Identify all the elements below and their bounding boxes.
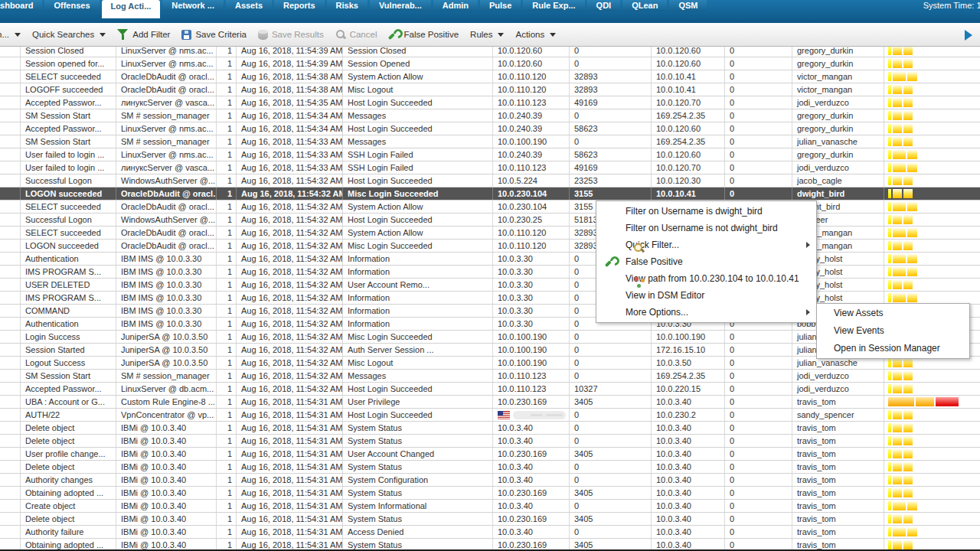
- table-row[interactable]: Session opened for... LinuxServer @ nms.…: [0, 57, 980, 70]
- table-row[interactable]: User failed to login ... LinuxServer @ n…: [0, 148, 980, 161]
- cell-low-level-category: Information: [343, 253, 493, 265]
- add-filter-button[interactable]: Add Filter: [117, 29, 170, 40]
- magnitude-bar-segment: [893, 47, 902, 55]
- magnitude-bar-segment: [907, 72, 917, 81]
- table-row[interactable]: Authority failure IBMi @ 10.0.3.40 1 Aug…: [0, 526, 980, 539]
- table-row[interactable]: LOGON succeeded OracleDbAudit @ oracl...…: [0, 240, 980, 253]
- cell-event-name: Delete object: [21, 422, 116, 434]
- table-row[interactable]: Authority changes IBMi @ 10.0.3.40 1 Aug…: [0, 474, 980, 487]
- context-menu-item[interactable]: View path from 10.0.230.104 to 10.0.10.4…: [596, 270, 816, 287]
- cell-source-ip: 10.0.240.39: [493, 148, 570, 161]
- tab-qsm[interactable]: QSM: [669, 0, 707, 11]
- cell-event-name: User failed to login ...: [21, 148, 116, 161]
- table-row[interactable]: Delete object IBMi @ 10.0.3.40 1 Aug 16,…: [0, 513, 980, 526]
- cell-event-name: Delete object: [21, 513, 116, 525]
- table-row[interactable]: SELECT succeeded OracleDbAudit @ oracl..…: [0, 70, 980, 83]
- context-menu-item[interactable]: False Positive: [596, 253, 816, 270]
- source-ip-text: 10.0.100.190: [498, 344, 547, 356]
- chevron-down-icon: [550, 33, 556, 37]
- tab-offenses[interactable]: Offenses: [44, 0, 99, 11]
- tab-pulse[interactable]: Pulse: [480, 0, 521, 11]
- context-submenu-item[interactable]: View Events: [817, 322, 969, 340]
- row-gutter: [0, 83, 21, 96]
- source-ip-text: 10.0.110.120: [498, 227, 546, 239]
- cell-username: gregory_durkin: [792, 57, 884, 70]
- cell-event-count: 1: [217, 448, 237, 460]
- source-ip-text: 10.0.3.30: [498, 253, 533, 265]
- table-row[interactable]: Delete object IBMi @ 10.0.3.40 1 Aug 16,…: [0, 461, 980, 474]
- context-menu-item[interactable]: Quick Filter...: [596, 236, 816, 253]
- cell-log-source: IBMi @ 10.0.3.40: [116, 461, 217, 473]
- magnitude-bar-segment: [893, 475, 902, 484]
- tab-assets[interactable]: Assets: [226, 0, 272, 11]
- cell-destination-port: 0: [725, 370, 792, 382]
- cell-event-count: 1: [217, 409, 237, 421]
- tab-network[interactable]: Network ...: [162, 0, 224, 11]
- context-submenu-item[interactable]: View Assets: [817, 305, 969, 322]
- context-menu-item-label: Filter on Username is not dwight_bird: [626, 223, 778, 233]
- magnitude-bar-segment: [903, 111, 913, 120]
- tab-vulnerab[interactable]: Vulnerab...: [370, 0, 431, 11]
- table-row[interactable]: Successful Logon WindowsAuthServer @... …: [0, 174, 980, 187]
- table-row[interactable]: SM Session Start SM # session_manager 1 …: [0, 370, 980, 383]
- row-gutter: [0, 201, 21, 213]
- table-row[interactable]: User failed to login ... линуксServer @ …: [0, 161, 980, 174]
- quick-searches-dropdown[interactable]: Quick Searches: [32, 30, 106, 39]
- tab-qdi[interactable]: QDI: [587, 0, 621, 11]
- cell-destination-ip: 10.0.3.40: [652, 513, 725, 525]
- tab-dashboard[interactable]: Dashboard: [0, 0, 42, 11]
- table-row[interactable]: IMS PROGRAM S... IBM IMS @ 10.0.3.30 1 A…: [0, 266, 980, 279]
- context-menu-item[interactable]: Filter on Username is not dwight_bird: [596, 220, 816, 236]
- cell-low-level-category: Information: [343, 292, 493, 304]
- tab-rule-exp[interactable]: Rule Exp...: [523, 0, 584, 11]
- table-row[interactable]: Accepted Passwor... LinuxServer @ db.acm…: [0, 383, 980, 396]
- play-stream-icon[interactable]: [965, 30, 972, 41]
- rules-dropdown[interactable]: Rules: [470, 30, 504, 39]
- tab-log-acti[interactable]: Log Acti...: [102, 0, 161, 18]
- context-menu-item[interactable]: View in DSM Editor: [596, 287, 816, 304]
- cell-event-count: 1: [217, 214, 237, 226]
- table-row[interactable]: Create object IBMi @ 10.0.3.40 1 Aug 16,…: [0, 500, 980, 513]
- cell-time: Aug 16, 2018, 11:54:31 AM: [237, 448, 343, 460]
- table-row[interactable]: SELECT succeeded OracleDbAudit @ oracl..…: [0, 201, 980, 214]
- context-submenu-item[interactable]: Open in Session Manager: [817, 340, 969, 357]
- tab-reports[interactable]: Reports: [274, 0, 325, 11]
- search-dropdown[interactable]: Search...: [0, 30, 21, 39]
- magnitude-bar-segment: [893, 267, 906, 276]
- table-row[interactable]: SM Session Start SM # session_manager 1 …: [0, 135, 980, 148]
- table-row[interactable]: AUTH/22 VpnConcentrator @ vp... 1 Aug 16…: [0, 409, 980, 422]
- table-row[interactable]: USER DELETED IBM IMS @ 10.0.3.30 1 Aug 1…: [0, 279, 980, 292]
- tab-risks[interactable]: Risks: [327, 0, 368, 11]
- table-row[interactable]: Obtaining adopted ... IBMi @ 10.0.3.40 1…: [0, 487, 980, 500]
- table-row[interactable]: Successful Logon WindowsAuthServer @... …: [0, 214, 980, 227]
- table-row[interactable]: UBA : Account or G... Custom Rule Engine…: [0, 396, 980, 409]
- cell-log-source: линуксServer @ vasca...: [116, 161, 217, 174]
- cell-time: Aug 16, 2018, 11:54:32 AM: [237, 383, 343, 395]
- table-row[interactable]: Delete object IBMi @ 10.0.3.40 1 Aug 16,…: [0, 435, 980, 448]
- context-menu-item[interactable]: More Options...: [596, 304, 816, 321]
- table-row[interactable]: User profile change... IBMi @ 10.0.3.40 …: [0, 448, 980, 461]
- table-row[interactable]: SM Session Start SM # session_manager 1 …: [0, 109, 980, 122]
- table-row[interactable]: SELECT succeeded OracleDbAudit @ oracl..…: [0, 227, 980, 240]
- cell-event-count: 1: [217, 122, 237, 135]
- table-row[interactable]: LOGON succeeded OracleDbAudit @ oracl...…: [0, 187, 980, 201]
- table-row[interactable]: LOGOFF succeeded OracleDbAudit @ oracl..…: [0, 83, 980, 96]
- table-row[interactable]: Accepted Passwor... линуксServer @ vasca…: [0, 96, 980, 109]
- save-criteria-button[interactable]: Save Criteria: [181, 30, 246, 40]
- cell-source-ip: 10.0.3.40: [493, 422, 570, 434]
- magnitude-bar-segment: [903, 540, 913, 549]
- context-menu-item[interactable]: Filter on Username is dwight_bird: [596, 203, 816, 220]
- table-row[interactable]: Delete object IBMi @ 10.0.3.40 1 Aug 16,…: [0, 422, 980, 435]
- cell-destination-ip: 10.0.120.70: [652, 161, 725, 174]
- save-results-button[interactable]: Save Results: [258, 30, 324, 40]
- false-positive-button[interactable]: False Positive: [388, 29, 459, 41]
- tab-qlean[interactable]: QLean: [622, 0, 667, 11]
- tab-admin[interactable]: Admin: [433, 0, 478, 11]
- cell-destination-ip: 169.254.2.35: [652, 109, 725, 122]
- source-ip-text: 10.0.230.169: [498, 487, 547, 499]
- table-row[interactable]: Session Closed LinuxServer @ nms.ac... 1…: [0, 47, 980, 57]
- actions-dropdown[interactable]: Actions: [515, 30, 556, 39]
- table-row[interactable]: Authentication IBM IMS @ 10.0.3.30 1 Aug…: [0, 253, 980, 266]
- cancel-button[interactable]: Cancel: [335, 29, 377, 40]
- table-row[interactable]: Accepted Passwor... LinuxServer @ nms.ac…: [0, 122, 980, 135]
